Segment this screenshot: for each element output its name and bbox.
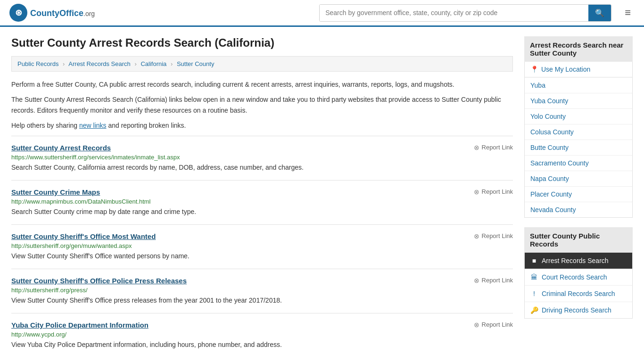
result-url-3[interactable]: http://suttersheriff.org/press/ <box>11 287 513 294</box>
rec-icon-1: 🏛 <box>530 273 538 281</box>
use-location-button[interactable]: 📍 Use My Location <box>525 62 632 77</box>
nearby-links-list: 📍 Use My Location YubaYuba CountyYolo Co… <box>524 62 633 218</box>
search-bar: 🔍 <box>319 4 611 22</box>
description-1: Perform a free Sutter County, CA public … <box>11 79 513 90</box>
logo-link[interactable]: ⊛ CountyOffice.org <box>9 4 95 22</box>
report-link-button-4[interactable]: ⊗ Report Link <box>474 321 513 329</box>
records-link-item: 🏛 Court Records Search <box>525 269 632 286</box>
nearby-link-item: Napa County <box>525 171 632 187</box>
new-links-link[interactable]: new links <box>79 122 107 129</box>
result-item: Sutter County Arrest Records ⊗ Report Li… <box>11 136 513 180</box>
result-url-2[interactable]: http://suttersheriff.org/gen/muw/wanted.… <box>11 242 513 249</box>
records-link-0[interactable]: ■ Arrest Records Search <box>525 253 632 269</box>
logo-text: CountyOffice.org <box>30 8 95 18</box>
report-icon-0: ⊗ <box>474 144 479 151</box>
nearby-link-item: Yuba County <box>525 93 632 109</box>
result-desc-3: View Sutter County Sheriff's Office pres… <box>11 296 513 305</box>
nearby-link-4[interactable]: Butte County <box>525 140 632 155</box>
report-link-button-1[interactable]: ⊗ Report Link <box>474 188 513 196</box>
content-area: Sutter County Arrest Records Search (Cal… <box>11 36 513 357</box>
search-input[interactable] <box>320 5 588 21</box>
result-item: Sutter County Sheriff's Office Police Pr… <box>11 269 513 313</box>
nearby-link-8[interactable]: Nevada County <box>525 202 632 217</box>
result-url-1[interactable]: http://www.mapnimbus.com/DataNimbusClien… <box>11 198 513 205</box>
result-title-3[interactable]: Sutter County Sheriff's Office Police Pr… <box>11 277 187 285</box>
breadcrumb: Public Records › Arrest Records Search ›… <box>11 56 513 72</box>
location-icon: 📍 <box>530 66 538 73</box>
hamburger-icon: ≡ <box>625 7 631 18</box>
rec-icon-2: ! <box>530 290 538 297</box>
use-location-item: 📍 Use My Location <box>525 62 632 78</box>
report-link-button-2[interactable]: ⊗ Report Link <box>474 232 513 240</box>
rec-icon-3: 🔑 <box>530 306 538 314</box>
public-records-section-title: Sutter County Public Records <box>524 227 633 253</box>
nearby-link-3[interactable]: Colusa County <box>525 124 632 140</box>
nearby-link-item: Colusa County <box>525 124 632 140</box>
report-icon-3: ⊗ <box>474 277 479 284</box>
report-icon-1: ⊗ <box>474 188 479 196</box>
header: ⊛ CountyOffice.org 🔍 ≡ <box>0 0 644 27</box>
nearby-link-2[interactable]: Yolo County <box>525 109 632 124</box>
records-link-3[interactable]: 🔑 Driving Records Search <box>525 302 632 318</box>
nearby-link-item: Nevada County <box>525 202 632 217</box>
result-item: Yuba City Police Department Information … <box>11 313 513 357</box>
report-link-button-3[interactable]: ⊗ Report Link <box>474 277 513 284</box>
nearby-link-item: Butte County <box>525 140 632 156</box>
search-button[interactable]: 🔍 <box>588 5 611 21</box>
nearby-link-0[interactable]: Yuba <box>525 78 632 93</box>
nearby-link-item: Yuba <box>525 78 632 93</box>
records-links-list: ■ Arrest Records Search 🏛 Court Records … <box>524 253 633 319</box>
result-desc-2: View Sutter County Sheriff's Office want… <box>11 251 513 261</box>
breadcrumb-arrest-records[interactable]: Arrest Records Search <box>68 60 131 67</box>
breadcrumb-california[interactable]: California <box>140 60 166 67</box>
records-link-1[interactable]: 🏛 Court Records Search <box>525 269 632 285</box>
nearby-link-7[interactable]: Placer County <box>525 187 632 202</box>
description-2: The Sutter County Arrest Records Search … <box>11 94 513 115</box>
report-link-button-0[interactable]: ⊗ Report Link <box>474 144 513 151</box>
nearby-section-title: Arrest Records Search near Sutter County <box>524 36 633 62</box>
rec-icon-0: ■ <box>530 257 538 264</box>
report-icon-2: ⊗ <box>474 232 479 240</box>
result-url-4[interactable]: http://www.ycpd.org/ <box>11 331 513 338</box>
nearby-link-6[interactable]: Napa County <box>525 171 632 186</box>
page-title: Sutter County Arrest Records Search (Cal… <box>11 36 513 49</box>
report-icon-4: ⊗ <box>474 321 479 329</box>
records-link-2[interactable]: ! Criminal Records Search <box>525 286 632 302</box>
search-icon: 🔍 <box>595 9 604 17</box>
result-desc-4: View Yuba City Police Department informa… <box>11 340 513 350</box>
result-title-4[interactable]: Yuba City Police Department Information <box>11 321 149 329</box>
result-desc-0: Search Sutter County, California arrest … <box>11 163 513 173</box>
nearby-link-item: Placer County <box>525 187 632 202</box>
breadcrumb-public-records[interactable]: Public Records <box>17 60 58 67</box>
result-item: Sutter County Crime Maps ⊗ Report Link h… <box>11 180 513 224</box>
logo-icon: ⊛ <box>9 4 27 22</box>
result-title-2[interactable]: Sutter County Sheriff's Office Most Want… <box>11 232 156 240</box>
sidebar: Arrest Records Search near Sutter County… <box>524 36 633 357</box>
result-title-1[interactable]: Sutter County Crime Maps <box>11 188 100 196</box>
description-3: Help others by sharing new links and rep… <box>11 120 513 131</box>
results-list: Sutter County Arrest Records ⊗ Report Li… <box>11 136 513 357</box>
nearby-link-5[interactable]: Sacramento County <box>525 156 632 171</box>
breadcrumb-sutter-county[interactable]: Sutter County <box>177 60 215 67</box>
result-url-0[interactable]: https://www.suttersheriff.org/services/i… <box>11 154 513 161</box>
result-item: Sutter County Sheriff's Office Most Want… <box>11 224 513 269</box>
records-link-item: 🔑 Driving Records Search <box>525 302 632 318</box>
records-link-item: ■ Arrest Records Search <box>525 253 632 269</box>
nearby-link-1[interactable]: Yuba County <box>525 93 632 108</box>
nearby-link-item: Yolo County <box>525 109 632 124</box>
result-desc-1: Search Sutter County crime map by date r… <box>11 207 513 217</box>
menu-button[interactable]: ≡ <box>621 5 635 21</box>
result-title-0[interactable]: Sutter County Arrest Records <box>11 144 111 152</box>
records-link-item: ! Criminal Records Search <box>525 286 632 302</box>
nearby-link-item: Sacramento County <box>525 156 632 171</box>
main-container: Sutter County Arrest Records Search (Cal… <box>0 27 644 362</box>
